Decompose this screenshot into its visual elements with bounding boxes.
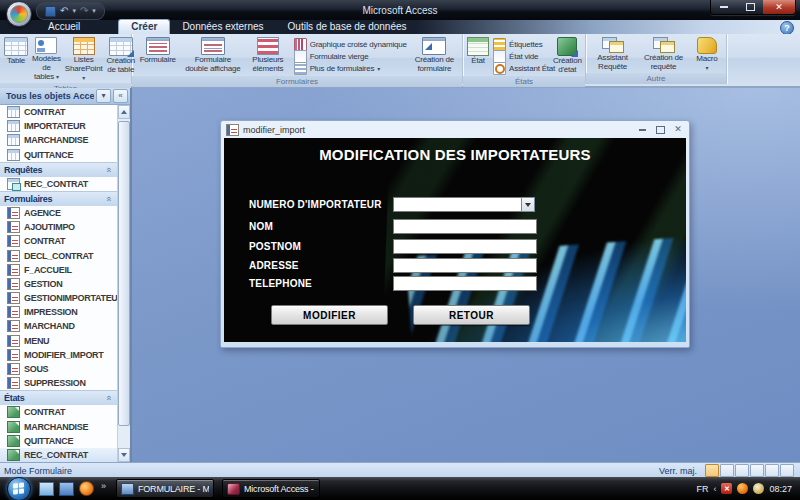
- nav-row[interactable]: REC_CONTRAT: [0, 177, 117, 191]
- labels-button[interactable]: Étiquettes: [493, 38, 549, 50]
- nav-section-header[interactable]: États: [0, 390, 117, 405]
- form-design-button[interactable]: Création de formulaire: [409, 36, 460, 76]
- restore-button[interactable]: [737, 0, 763, 14]
- show-desktop-icon[interactable]: [39, 482, 54, 496]
- qat-customize-icon[interactable]: ▾: [92, 7, 96, 15]
- numero-importateur-label: NUMERO D'IMPORTATEUR: [249, 199, 382, 210]
- nav-row[interactable]: CONTRAT: [0, 234, 117, 248]
- status-bar: Mode Formulaire Verr. maj.: [0, 462, 800, 478]
- report-button[interactable]: État: [465, 36, 491, 76]
- nav-row-label: REC_CONTRAT: [24, 179, 88, 189]
- scroll-thumb[interactable]: [118, 121, 130, 426]
- blank-form-button[interactable]: Formulaire vierge: [294, 50, 407, 62]
- nav-row[interactable]: MENU: [0, 334, 117, 348]
- form-close-button[interactable]: ✕: [672, 125, 684, 134]
- tab-accueil[interactable]: Accueil: [36, 20, 92, 34]
- start-button[interactable]: [7, 477, 31, 500]
- nav-row[interactable]: MARCHAND: [0, 319, 117, 333]
- macro-button[interactable]: Macro ▾: [690, 36, 724, 73]
- help-icon[interactable]: ?: [780, 21, 794, 35]
- design-view-button[interactable]: [780, 464, 794, 477]
- scroll-up-icon[interactable]: [118, 105, 130, 119]
- multiple-items-button[interactable]: Plusieurs éléments: [244, 36, 292, 76]
- pivot-chart-button[interactable]: Graphique croisé dynamique: [294, 38, 407, 50]
- nav-row[interactable]: AGENCE: [0, 206, 117, 220]
- nav-section-header[interactable]: Requêtes: [0, 162, 117, 177]
- scroll-track[interactable]: [118, 119, 130, 448]
- modifier-button[interactable]: MODIFIER: [271, 305, 388, 325]
- nav-row[interactable]: QUITTANCE: [0, 147, 117, 161]
- nav-section-header[interactable]: Formulaires: [0, 191, 117, 206]
- nav-collapse-icon[interactable]: «: [113, 89, 128, 103]
- nom-field[interactable]: [393, 219, 537, 234]
- postnom-field[interactable]: [393, 239, 537, 254]
- nav-row[interactable]: SUPPRESSION: [0, 376, 117, 390]
- form-view-button[interactable]: [705, 464, 719, 477]
- datasheet-view-button[interactable]: [720, 464, 734, 477]
- query-design-button[interactable]: Création de requête: [637, 36, 690, 73]
- combo-dropdown-icon[interactable]: [521, 197, 535, 212]
- tab-donnees-externes[interactable]: Données externes: [170, 20, 275, 34]
- table-templates-button[interactable]: Modèles de tables ▾: [30, 36, 63, 83]
- save-icon[interactable]: [45, 6, 56, 17]
- close-button[interactable]: ✕: [763, 0, 795, 14]
- nav-row[interactable]: QUITTANCE: [0, 434, 117, 448]
- nav-row[interactable]: CONTRAT: [0, 405, 117, 419]
- security-alert-icon[interactable]: ✕: [721, 483, 732, 494]
- window-switcher-icon[interactable]: [59, 482, 74, 496]
- firefox-icon[interactable]: [79, 481, 94, 496]
- antivirus-icon[interactable]: [737, 483, 748, 494]
- nav-row[interactable]: SOUS: [0, 362, 117, 376]
- table-button[interactable]: Table: [2, 36, 30, 83]
- nav-row[interactable]: MODIFIER_IMPORT: [0, 348, 117, 362]
- dropdown-icon: ▾: [377, 65, 380, 72]
- tray-utility-icon[interactable]: [753, 483, 764, 494]
- blank-report-button[interactable]: État vide: [493, 50, 549, 62]
- split-form-button[interactable]: Formulaire double affichage: [182, 36, 245, 76]
- pivotchart-view-button[interactable]: [750, 464, 764, 477]
- report-wizard-button[interactable]: Assistant État: [493, 62, 549, 74]
- form-restore-button[interactable]: [654, 126, 666, 134]
- undo-icon[interactable]: ↶: [60, 6, 68, 16]
- report-design-button[interactable]: Création d'état: [551, 36, 584, 76]
- form-minimize-button[interactable]: [636, 129, 648, 131]
- language-indicator[interactable]: FR: [696, 484, 708, 494]
- quick-launch-overflow-icon[interactable]: »: [101, 481, 106, 491]
- restore-icon: [656, 126, 665, 134]
- tab-creer[interactable]: Créer: [118, 19, 170, 34]
- sharepoint-lists-button[interactable]: Listes SharePoint ▾: [63, 36, 105, 83]
- pivottable-view-button[interactable]: [735, 464, 749, 477]
- tab-outils-bdd[interactable]: Outils de base de données: [276, 20, 419, 34]
- tray-collapse-icon[interactable]: ‹: [713, 484, 716, 494]
- nav-row[interactable]: IMPORTATEUR: [0, 119, 117, 133]
- nav-row[interactable]: GESTION: [0, 277, 117, 291]
- nav-row[interactable]: F_ACCUEIL: [0, 263, 117, 277]
- retour-button[interactable]: RETOUR: [413, 305, 530, 325]
- adresse-field[interactable]: [393, 258, 537, 273]
- nav-row[interactable]: DECL_CONTRAT: [0, 249, 117, 263]
- office-button[interactable]: [6, 1, 32, 27]
- scroll-down-icon[interactable]: [118, 448, 130, 462]
- numero-importateur-field[interactable]: [393, 197, 523, 212]
- form-button[interactable]: Formulaire: [134, 36, 182, 76]
- nav-scrollbar[interactable]: [117, 105, 130, 462]
- undo-dropdown-icon[interactable]: ▾: [72, 7, 76, 15]
- nav-row-label: IMPRESSION: [24, 307, 78, 317]
- nav-row[interactable]: MARCHANDISE: [0, 133, 117, 147]
- navigation-pane-header[interactable]: Tous les objets Access ▾ «: [0, 88, 130, 105]
- nav-row[interactable]: CONTRAT: [0, 105, 117, 119]
- nav-row[interactable]: MARCHANDISE: [0, 419, 117, 433]
- nav-row[interactable]: GESTIONIMPORTATEUR: [0, 291, 117, 305]
- telephone-field[interactable]: [393, 276, 537, 291]
- taskbar-button-access[interactable]: Microsoft Access - S...: [222, 479, 320, 498]
- nav-row[interactable]: IMPRESSION: [0, 305, 117, 319]
- nav-row[interactable]: AJOUTIMPO: [0, 220, 117, 234]
- nav-menu-dropdown-icon[interactable]: ▾: [96, 89, 111, 103]
- query-wizard-button[interactable]: Assistant Requête: [588, 36, 637, 73]
- nav-row[interactable]: REC_CONTRAT: [0, 448, 117, 462]
- layout-view-button[interactable]: [765, 464, 779, 477]
- more-forms-button[interactable]: Plus de formulaires ▾: [294, 62, 407, 74]
- minimize-button[interactable]: [711, 0, 737, 14]
- form-window-titlebar[interactable]: modifier_import ✕: [221, 121, 689, 138]
- taskbar-button-formulaire[interactable]: FORMULAIRE - Micr...: [116, 479, 214, 498]
